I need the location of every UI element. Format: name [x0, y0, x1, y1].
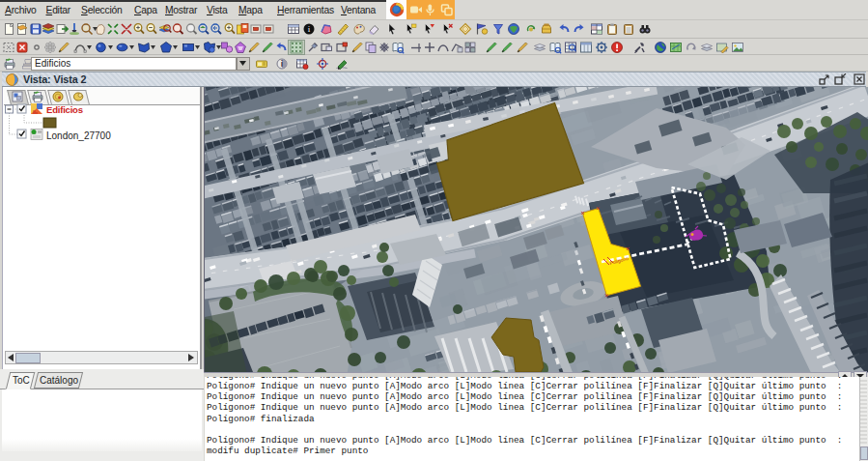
svg-text:London_27700: London_27700: [46, 130, 111, 141]
svg-text:i: i: [281, 59, 283, 69]
svg-text:Edificios: Edificios: [46, 104, 83, 115]
